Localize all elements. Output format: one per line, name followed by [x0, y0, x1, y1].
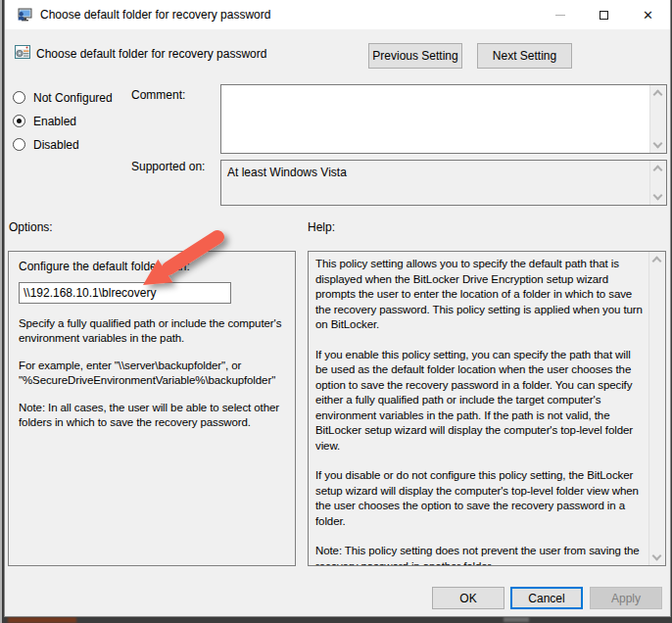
maximize-button[interactable]	[582, 0, 626, 29]
previous-setting-button[interactable]: Previous Setting	[368, 43, 462, 69]
supported-on-value: At least Windows Vista	[227, 166, 347, 179]
background-window-edge	[0, 0, 2, 623]
radio-label: Not Configured	[33, 91, 113, 105]
cancel-button[interactable]: Cancel	[510, 587, 583, 609]
help-text: This policy setting allows you to specif…	[309, 252, 648, 565]
scroll-down-icon[interactable]	[652, 551, 662, 561]
help-paragraph: This policy setting allows you to specif…	[315, 257, 645, 333]
radio-icon[interactable]	[13, 115, 25, 127]
folder-path-label: Configure the default folder path:	[19, 260, 285, 273]
options-paragraph: For example, enter "\\server\backupfolde…	[19, 359, 285, 388]
radio-label: Enabled	[33, 115, 76, 128]
supported-scrollbar	[649, 161, 666, 205]
radio-enabled[interactable]: Enabled	[13, 114, 76, 128]
policy-setting-icon	[15, 44, 30, 60]
apply-button: Apply	[590, 587, 662, 609]
supported-on-label: Supported on:	[131, 160, 205, 173]
help-section-label: Help:	[308, 220, 335, 234]
help-scrollbar[interactable]	[648, 252, 665, 565]
close-icon: ✕	[643, 9, 653, 22]
radio-icon[interactable]	[13, 138, 25, 151]
comment-scrollbar[interactable]	[649, 85, 666, 153]
group-policy-app-icon	[17, 7, 32, 23]
supported-on-box: At least Windows Vista	[220, 160, 667, 206]
help-box: This policy setting allows you to specif…	[308, 251, 666, 566]
radio-not-configured[interactable]: Not Configured	[13, 90, 113, 105]
background-taskbar-fragment	[8, 617, 76, 623]
options-paragraph: Specify a fully qualified path or includ…	[19, 316, 285, 346]
folder-path-input[interactable]	[19, 282, 231, 304]
radio-disabled[interactable]: Disabled	[13, 137, 79, 152]
window-title: Choose default folder for recovery passw…	[40, 8, 270, 22]
titlebar[interactable]: Choose default folder for recovery passw…	[5, 0, 670, 29]
help-paragraph: If you enable this policy setting, you c…	[315, 348, 645, 455]
radio-icon[interactable]	[13, 91, 25, 104]
options-section-label: Options:	[9, 220, 53, 234]
minimize-button	[538, 0, 582, 29]
options-box: Configure the default folder path: Speci…	[8, 251, 296, 566]
comment-textarea[interactable]	[220, 84, 667, 154]
scroll-up-icon[interactable]	[652, 257, 662, 266]
setting-title: Choose default folder for recovery passw…	[36, 47, 266, 61]
policy-setting-dialog: Choose default folder for recovery passw…	[4, 0, 671, 617]
screen: Choose default folder for recovery passw…	[0, 0, 672, 623]
scroll-down-icon	[653, 191, 663, 201]
close-button[interactable]: ✕	[626, 0, 670, 29]
options-paragraph: Note: In all cases, the user will be abl…	[19, 401, 285, 430]
scroll-down-icon[interactable]	[653, 139, 663, 149]
scroll-up-icon	[653, 166, 663, 175]
ok-button[interactable]: OK	[432, 587, 504, 609]
next-setting-button[interactable]: Next Setting	[477, 43, 572, 69]
maximize-icon	[600, 11, 608, 20]
background-taskbar-fragment	[504, 617, 529, 622]
minimize-icon	[555, 15, 565, 16]
comment-label: Comment:	[131, 88, 185, 102]
help-paragraph: If you disable or do not configure this …	[315, 468, 645, 529]
help-paragraph: Note: This policy setting does not preve…	[315, 544, 645, 565]
radio-label: Disabled	[33, 138, 79, 152]
scroll-up-icon[interactable]	[653, 90, 663, 100]
